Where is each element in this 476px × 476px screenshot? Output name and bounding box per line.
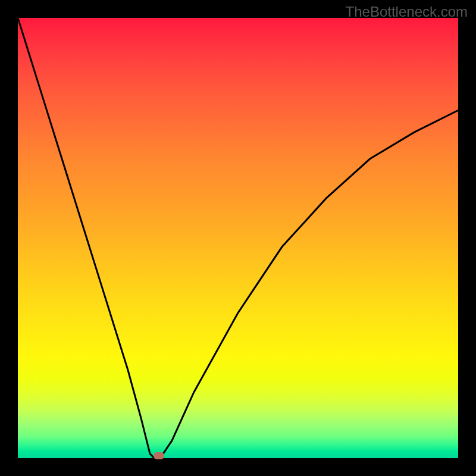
watermark-text: TheBottleneck.com <box>346 4 468 20</box>
chart-plot-area <box>18 18 458 458</box>
optimal-point-marker <box>154 452 164 459</box>
bottleneck-curve <box>18 18 458 458</box>
